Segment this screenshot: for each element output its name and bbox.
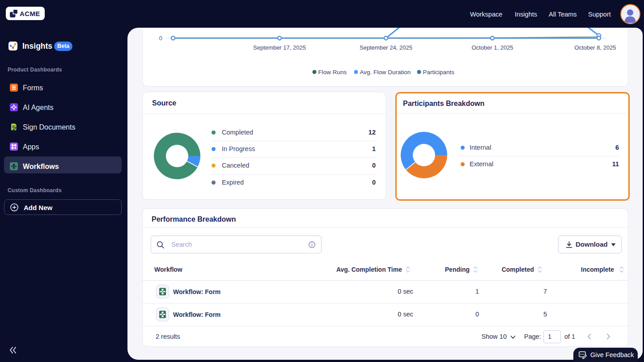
svg-text:October 8, 2025: October 8, 2025 bbox=[574, 44, 616, 51]
svg-text:October 1, 2025: October 1, 2025 bbox=[471, 44, 513, 51]
svg-text:0: 0 bbox=[159, 35, 162, 42]
svg-text:September 17, 2025: September 17, 2025 bbox=[253, 44, 306, 51]
svg-text:Avg. Flow Duration: Avg. Flow Duration bbox=[360, 69, 411, 76]
svg-text:September 24, 2025: September 24, 2025 bbox=[360, 44, 412, 51]
svg-text:Flow Runs: Flow Runs bbox=[318, 69, 347, 76]
svg-text:Participants: Participants bbox=[423, 69, 455, 76]
